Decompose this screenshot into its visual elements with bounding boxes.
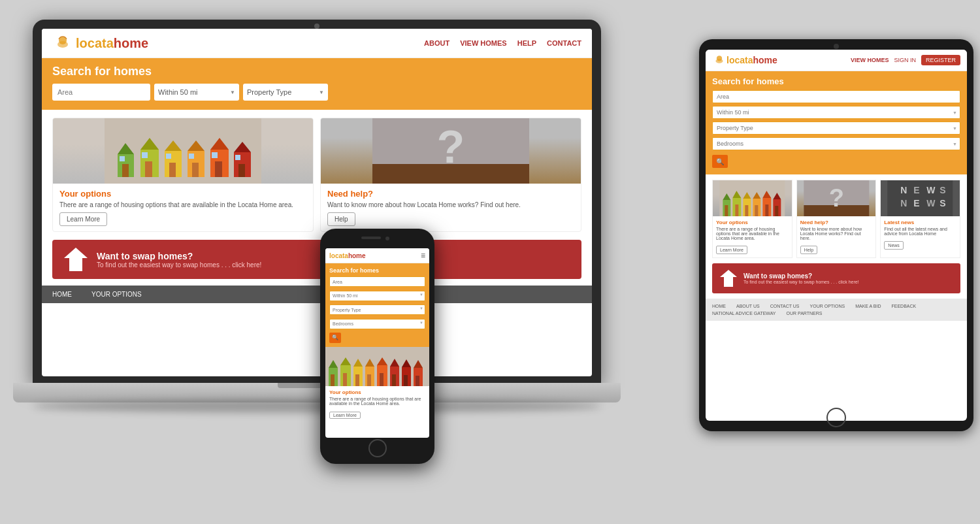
tablet-distance-input[interactable] [712, 106, 960, 119]
tablet-footer-partners[interactable]: OUR PARTNERS [787, 311, 823, 316]
laptop-swap-text: Want to swap homes? To find out the easi… [97, 251, 261, 269]
svg-rect-86 [404, 375, 408, 386]
laptop-swap-banner[interactable]: Want to swap homes? To find out the easi… [52, 240, 581, 279]
houses-illustration [53, 118, 313, 184]
tablet-nav: locatahome VIEW HOMES SIGN IN REGISTER [706, 50, 967, 71]
phone-options-btn[interactable]: Learn More [329, 412, 361, 419]
phone-houses-svg [325, 347, 429, 386]
tablet-swap-banner[interactable]: Want to swap homes? To find out the easi… [712, 263, 960, 293]
tablet-footer-bid[interactable]: MAKE A BID [855, 304, 881, 308]
svg-rect-26 [235, 155, 240, 160]
tablet-register[interactable]: REGISTER [921, 55, 960, 65]
laptop-camera [314, 24, 319, 29]
svg-rect-74 [355, 374, 359, 386]
laptop-options-btn[interactable]: Learn More [59, 212, 107, 226]
tablet-footer-contact[interactable]: CONTACT US [770, 304, 800, 308]
tablet-logo-text: locatahome [727, 55, 777, 65]
svg-rect-13 [169, 163, 176, 177]
laptop-help-btn[interactable]: Help [327, 212, 355, 226]
nav-help[interactable]: HELP [517, 39, 536, 47]
phone-device: locatahome ≡ Search for homes [320, 229, 434, 464]
svg-rect-83 [392, 374, 396, 386]
laptop-screen: locatahome ABOUT VIEW HOMES HELP CONTACT… [42, 29, 592, 376]
tablet-hero: Search for homes 🔍 [706, 71, 967, 174]
svg-rect-21 [215, 161, 222, 177]
tablet-bedrooms-input[interactable] [712, 137, 960, 150]
phone-options-text: There are a range of housing options tha… [329, 397, 425, 406]
tablet-news-text: Find out all the latest news and advice … [884, 227, 956, 236]
phone-camera [385, 237, 389, 240]
phone-property-input[interactable] [329, 304, 425, 315]
svg-rect-10 [142, 152, 148, 158]
svg-rect-77 [367, 374, 371, 386]
phone-home-button[interactable] [368, 439, 387, 457]
tablet-home-button[interactable] [826, 408, 846, 427]
phone-area-input[interactable] [329, 276, 425, 287]
laptop-area-input[interactable] [52, 84, 150, 101]
laptop-help-text: Want to know more about how Locata Home … [327, 201, 574, 208]
laptop-search-row: Within 50 mi Property Type [52, 84, 581, 101]
tablet-question-img: ? [797, 180, 876, 216]
tablet-search-btn[interactable]: 🔍 [712, 155, 728, 168]
laptop-options-title: Your options [59, 189, 306, 199]
svg-rect-68 [331, 374, 335, 386]
laptop-distance-select[interactable]: Within 50 mi [154, 84, 239, 101]
phone-search-fields: 🔍 [329, 276, 425, 343]
svg-rect-6 [120, 156, 125, 161]
tablet-logo: locatahome [712, 54, 777, 67]
tablet-sign-in[interactable]: SIGN IN [894, 57, 916, 63]
tablet-news-btn[interactable]: News [884, 241, 904, 250]
tablet-footer-home[interactable]: HOME [712, 304, 726, 308]
phone-screen: locatahome ≡ Search for homes [325, 248, 429, 438]
nav-contact[interactable]: CONTACT [547, 39, 581, 47]
nav-view-homes[interactable]: VIEW HOMES [460, 39, 507, 47]
tablet-options-btn[interactable]: Learn More [716, 246, 747, 254]
phone-card: Your options There are a range of housin… [325, 386, 429, 423]
phone-menu-icon[interactable]: ≡ [421, 251, 425, 260]
tablet-footer-options[interactable]: YOUR OPTIONS [810, 304, 845, 308]
tablet-view-homes[interactable]: VIEW HOMES [851, 57, 889, 63]
laptop-card-help: ? Need help? Want to know more about how… [320, 118, 581, 232]
tablet-options-title: Your options [716, 220, 789, 225]
laptop-card-options-body: Your options There are a range of housin… [53, 184, 313, 231]
phone-hero: Search for homes 🔍 [325, 263, 429, 347]
laptop-houses-img [53, 118, 313, 184]
svg-text:W: W [927, 198, 936, 208]
tablet-search-fields: 🔍 [712, 90, 960, 168]
laptop-nav: locatahome ABOUT VIEW HOMES HELP CONTACT [42, 29, 592, 58]
tablet-footer-advice[interactable]: NATIONAL ADVICE GATEWAY [712, 311, 776, 316]
tablet-area-input[interactable] [712, 90, 960, 103]
phone-distance-input[interactable] [329, 291, 425, 301]
tablet-houses-svg [713, 180, 792, 216]
tablet-help-text: Want to know more about how Locata Home … [800, 227, 873, 240]
laptop-options-text: There are a range of housing options tha… [59, 201, 306, 208]
laptop-logo-text: locatahome [76, 36, 148, 51]
phone-distance-wrap [329, 288, 425, 301]
svg-marker-64 [720, 270, 737, 287]
scene: locatahome ABOUT VIEW HOMES HELP CONTACT… [0, 0, 980, 524]
tablet-footer-feedback[interactable]: FEEDBACK [892, 304, 917, 308]
svg-text:?: ? [437, 122, 465, 172]
svg-rect-80 [380, 373, 384, 386]
tablet-distance-wrap [712, 105, 960, 119]
phone-bedrooms-input[interactable] [329, 319, 425, 329]
svg-rect-9 [145, 161, 152, 177]
laptop-nav-links: ABOUT VIEW HOMES HELP CONTACT [424, 39, 581, 47]
tablet-card-options: Your options There are a range of housin… [712, 180, 792, 258]
tablet-property-input[interactable] [712, 122, 960, 135]
tablet-help-body: Need help? Want to know more about how L… [797, 216, 876, 257]
tablet-logo-icon [712, 54, 727, 67]
laptop-property-select[interactable]: Property Type [243, 84, 328, 101]
phone-search-btn[interactable]: 🔍 [329, 333, 341, 343]
tablet-houses-img [713, 180, 792, 216]
laptop-footer-home[interactable]: HOME [52, 291, 72, 298]
laptop-logo: locatahome [52, 34, 148, 52]
svg-text:E: E [914, 185, 920, 195]
tablet-search-title: Search for homes [712, 76, 960, 86]
tablet-footer-about[interactable]: ABOUT US [736, 304, 760, 308]
laptop-question-img: ? [321, 118, 581, 184]
nav-about[interactable]: ABOUT [424, 39, 449, 47]
laptop-footer-options[interactable]: YOUR OPTIONS [91, 291, 142, 298]
tablet-help-btn[interactable]: Help [800, 246, 817, 254]
svg-rect-25 [238, 164, 245, 177]
